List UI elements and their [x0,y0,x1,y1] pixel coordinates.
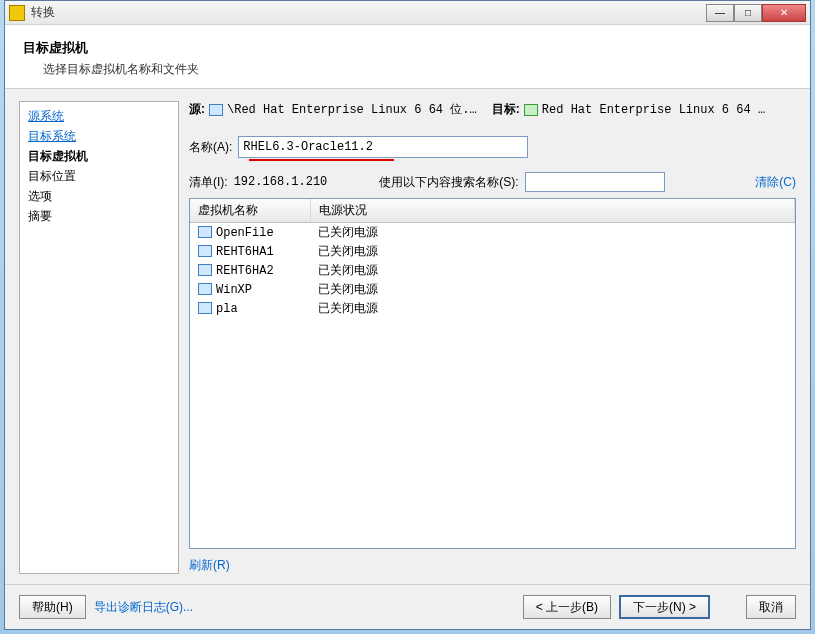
minimize-button[interactable]: — [706,4,734,22]
col-power-state[interactable]: 电源状况 [310,199,795,223]
inventory-value: 192.168.1.210 [234,175,328,189]
vm-icon [524,104,538,116]
col-vm-name[interactable]: 虚拟机名称 [190,199,310,223]
page-subtitle: 选择目标虚拟机名称和文件夹 [23,61,792,78]
table-row[interactable]: WinXP 已关闭电源 [190,280,795,299]
table-row[interactable]: OpenFile 已关闭电源 [190,223,795,243]
power-state: 已关闭电源 [310,242,795,261]
table-row[interactable]: REHT6HA1 已关闭电源 [190,242,795,261]
target-label: 目标: [492,101,520,118]
step-target-vm: 目标虚拟机 [28,146,170,166]
source-label: 源: [189,101,205,118]
source-text: \Red Hat Enterprise Linux 6 64 位.… [227,101,477,118]
power-state: 已关闭电源 [310,299,795,318]
window-title: 转换 [31,4,706,21]
cancel-button[interactable]: 取消 [746,595,796,619]
search-input[interactable] [525,172,665,192]
close-button[interactable]: ✕ [762,4,806,22]
app-icon [9,5,25,21]
page-title: 目标虚拟机 [23,39,792,57]
dialog-window: 转换 — □ ✕ 目标虚拟机 选择目标虚拟机名称和文件夹 源系统 目标系统 目标… [4,0,811,630]
name-row: 名称(A): [189,136,796,158]
vm-icon [198,226,212,238]
vm-icon [198,283,212,295]
step-options: 选项 [28,186,170,206]
step-target-location: 目标位置 [28,166,170,186]
refresh-link[interactable]: 刷新(R) [189,557,796,574]
power-state: 已关闭电源 [310,223,795,243]
vm-name: pla [216,302,238,316]
main-panel: 源: \Red Hat Enterprise Linux 6 64 位.… 目标… [189,101,796,574]
vm-name-input[interactable] [238,136,528,158]
vm-icon [198,245,212,257]
step-target-system[interactable]: 目标系统 [28,126,170,146]
vm-icon [209,104,223,116]
power-state: 已关闭电源 [310,261,795,280]
titlebar: 转换 — □ ✕ [5,1,810,25]
vm-name: REHT6HA1 [216,245,274,259]
window-controls: — □ ✕ [706,4,806,22]
search-label: 使用以下内容搜索名称(S): [379,174,518,191]
maximize-button[interactable]: □ [734,4,762,22]
power-state: 已关闭电源 [310,280,795,299]
vm-table: 虚拟机名称 电源状况 OpenFile 已关闭电源 REHT6HA1 已关闭电源 [190,199,795,318]
table-row[interactable]: REHT6HA2 已关闭电源 [190,261,795,280]
vm-table-wrap: 虚拟机名称 电源状况 OpenFile 已关闭电源 REHT6HA1 已关闭电源 [189,198,796,549]
clear-link[interactable]: 清除(C) [755,174,796,191]
help-button[interactable]: 帮助(H) [19,595,86,619]
wizard-steps: 源系统 目标系统 目标虚拟机 目标位置 选项 摘要 [19,101,179,574]
name-label: 名称(A): [189,139,232,156]
wizard-body: 源系统 目标系统 目标虚拟机 目标位置 选项 摘要 源: \Red Hat En… [5,89,810,584]
vm-icon [198,264,212,276]
highlight-underline [249,159,394,161]
step-source-system[interactable]: 源系统 [28,106,170,126]
vm-icon [198,302,212,314]
target-text: Red Hat Enterprise Linux 6 64 … [542,103,765,117]
table-row[interactable]: pla 已关闭电源 [190,299,795,318]
back-button[interactable]: < 上一步(B) [523,595,611,619]
vm-name: REHT6HA2 [216,264,274,278]
wizard-footer: 帮助(H) 导出诊断日志(G)... < 上一步(B) 下一步(N) > 取消 [5,584,810,629]
vm-name: OpenFile [216,226,274,240]
source-target-bar: 源: \Red Hat Enterprise Linux 6 64 位.… 目标… [189,101,796,118]
inventory-row: 清单(I): 192.168.1.210 使用以下内容搜索名称(S): 清除(C… [189,172,796,192]
next-button[interactable]: 下一步(N) > [619,595,710,619]
step-summary: 摘要 [28,206,170,226]
vm-name: WinXP [216,283,252,297]
inventory-label: 清单(I): [189,174,228,191]
wizard-header: 目标虚拟机 选择目标虚拟机名称和文件夹 [5,25,810,89]
export-diagnostics-link[interactable]: 导出诊断日志(G)... [94,599,193,616]
